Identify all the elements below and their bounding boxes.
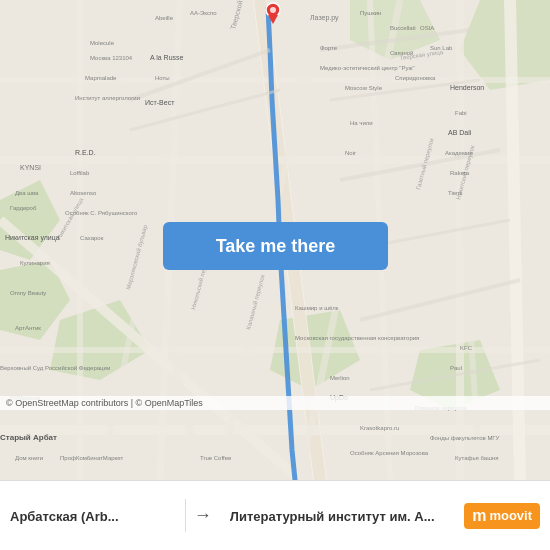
- svg-text:Sun Lab: Sun Lab: [430, 45, 453, 51]
- svg-text:Московская государственная кон: Московская государственная консерватория: [295, 335, 419, 341]
- svg-text:KFC: KFC: [460, 345, 473, 351]
- svg-text:На чили: На чили: [350, 120, 373, 126]
- svg-text:Buccellati: Buccellati: [390, 25, 416, 31]
- to-destination-name: Литературный институт им. А...: [230, 509, 444, 524]
- svg-text:Институт аллергологии: Институт аллергологии: [75, 95, 140, 101]
- svg-text:Верховный Суд Российской Федер: Верховный Суд Российской Федерации: [0, 365, 110, 371]
- take-me-there-button[interactable]: Take me there: [163, 222, 388, 270]
- svg-text:Фонды факультетов МГУ: Фонды факультетов МГУ: [430, 435, 500, 441]
- moovit-text: moovit: [489, 508, 532, 523]
- svg-text:Особняк Арсения Морозова: Особняк Арсения Морозова: [350, 450, 429, 456]
- route-arrow: →: [186, 505, 220, 526]
- svg-text:AB Dali: AB Dali: [448, 129, 472, 136]
- svg-text:Форте: Форте: [320, 45, 338, 51]
- svg-text:Krasotkapro.ru: Krasotkapro.ru: [360, 425, 399, 431]
- svg-text:Старый Арбат: Старый Арбат: [0, 433, 57, 442]
- svg-text:Особняк С. Рябушинского: Особняк С. Рябушинского: [65, 210, 138, 216]
- svg-point-99: [270, 7, 276, 13]
- moovit-logo-section: m moovit: [454, 503, 550, 529]
- svg-text:Merlion: Merlion: [330, 375, 350, 381]
- svg-text:Altosenso: Altosenso: [70, 190, 97, 196]
- svg-text:Molecule: Molecule: [90, 40, 115, 46]
- svg-text:Moscow Style: Moscow Style: [345, 85, 383, 91]
- svg-text:Связной: Связной: [390, 50, 413, 56]
- svg-text:Гардероб: Гардероб: [10, 205, 37, 211]
- svg-text:Noir: Noir: [345, 150, 356, 156]
- svg-text:Дом книги: Дом книги: [15, 455, 43, 461]
- svg-text:Сахарок: Сахарок: [80, 235, 104, 241]
- svg-text:R.E.D.: R.E.D.: [75, 149, 96, 156]
- to-section: Литературный институт им. А...: [220, 499, 454, 532]
- svg-text:Tiens: Tiens: [448, 190, 462, 196]
- bottom-bar: Арбатская (Arb... → Литературный институ…: [0, 480, 550, 550]
- copyright-bar: © OpenStreetMap contributors | © OpenMap…: [0, 396, 550, 410]
- svg-marker-98: [268, 15, 278, 24]
- moovit-m-icon: m: [472, 507, 486, 525]
- svg-text:KYNSI: KYNSI: [20, 164, 41, 171]
- svg-text:Кашмир и шёлк: Кашмир и шёлк: [295, 305, 339, 311]
- from-station-name: Арбатская (Arb...: [10, 509, 175, 524]
- svg-text:Fabi: Fabi: [455, 110, 467, 116]
- svg-text:Ист-Вест: Ист-Вест: [145, 99, 175, 106]
- copyright-text: © OpenStreetMap contributors | © OpenMap…: [6, 398, 203, 408]
- moovit-logo: m moovit: [464, 503, 540, 529]
- svg-text:Henderson: Henderson: [450, 84, 484, 91]
- svg-text:Пушкин: Пушкин: [360, 10, 381, 16]
- svg-text:Кутафья башня: Кутафья башня: [455, 455, 499, 461]
- svg-text:Raketa: Raketa: [450, 170, 470, 176]
- svg-text:Москва 123104: Москва 123104: [90, 55, 133, 61]
- svg-text:OSIA: OSIA: [420, 25, 434, 31]
- svg-text:Paul: Paul: [450, 365, 462, 371]
- map-pin: [265, 2, 279, 22]
- svg-text:Никитская улица: Никитская улица: [5, 234, 60, 242]
- map-container: Тверской бульвар Никитская улица Тверска…: [0, 0, 550, 480]
- svg-text:A la Russe: A la Russe: [150, 54, 184, 61]
- svg-text:Loffilab: Loffilab: [70, 170, 90, 176]
- svg-text:Академия: Академия: [445, 150, 473, 156]
- svg-text:Кулинария: Кулинария: [20, 260, 50, 266]
- svg-text:Лазер.ру: Лазер.ру: [310, 14, 339, 22]
- svg-text:Omny Beauty: Omny Beauty: [10, 290, 46, 296]
- svg-text:АртАнтик: АртАнтик: [15, 325, 41, 331]
- svg-text:Abeille: Abeille: [155, 15, 174, 21]
- svg-text:ПрофКомбинатМаркет: ПрофКомбинатМаркет: [60, 455, 123, 461]
- svg-text:Два шва: Два шва: [15, 190, 39, 196]
- from-section: Арбатская (Arb...: [0, 499, 186, 532]
- svg-text:AA-Экспо: AA-Экспо: [190, 10, 217, 16]
- svg-text:Медико-эстетический центр "Руж: Медико-эстетический центр "Руж": [320, 65, 415, 71]
- svg-text:True Coffee: True Coffee: [200, 455, 232, 461]
- svg-text:Марmalade: Марmalade: [85, 75, 117, 81]
- svg-text:Спиридоновка: Спиридоновка: [395, 75, 436, 81]
- svg-text:Ноты: Ноты: [155, 75, 170, 81]
